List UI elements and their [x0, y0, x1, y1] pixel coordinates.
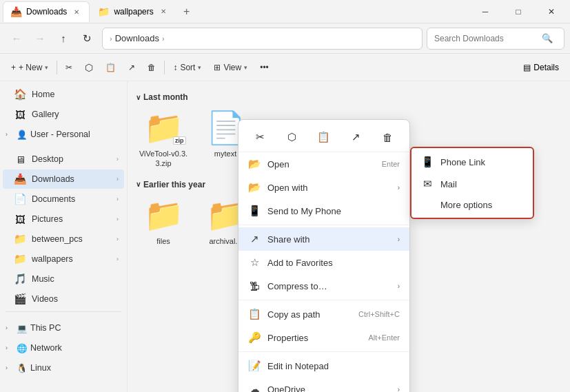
cm-item-properties[interactable]: 🔑 Properties Alt+Enter [238, 326, 409, 349]
file-item-files[interactable]: 📁 files [136, 194, 191, 249]
send-phone-icon: 📱 [248, 205, 261, 217]
sidebar-item-user-personal[interactable]: › 👤 User - Personal [3, 125, 124, 144]
cm-share-button[interactable]: ↗ [344, 127, 367, 147]
tab-wallpapers[interactable]: 📁 wallpapers ✕ [91, 1, 175, 22]
sidebar-item-pictures[interactable]: 🖼 Pictures › [3, 209, 124, 229]
separator-1 [57, 61, 57, 74]
properties-icon: 🔑 [248, 331, 261, 344]
refresh-button[interactable]: ↻ [76, 28, 98, 50]
sidebar-item-music[interactable]: 🎵 Music [3, 269, 124, 289]
cm-item-onedrive[interactable]: ☁ OneDrive › [238, 378, 409, 392]
cm-add-favorites-label: Add to Favorites [267, 258, 400, 268]
cm-divider-3 [238, 351, 409, 352]
sidebar-item-home[interactable]: 🏠 Home [3, 85, 124, 104]
maximize-button[interactable]: □ [502, 0, 534, 23]
share-button[interactable]: ↗ [123, 57, 141, 78]
sidebar-label-user: User - Personal [30, 130, 90, 139]
sidebar-label-wallpapers: wallpapers [32, 254, 73, 264]
new-button[interactable]: + + New ▾ [6, 57, 54, 78]
mail-icon: ✉ [421, 178, 434, 190]
title-bar: 📥 Downloads ✕ 📁 wallpapers ✕ + ─ □ ✕ [0, 0, 570, 23]
cm-paste-button[interactable]: 📋 [312, 127, 336, 147]
cm-open-shortcut: Enter [382, 160, 400, 168]
submenu-mail[interactable]: ✉ Mail [411, 173, 533, 195]
submenu-phone-link[interactable]: 📱 Phone Link [411, 151, 533, 173]
sidebar-item-between-pcs[interactable]: 📁 between_pcs › [3, 229, 124, 249]
sidebar-item-desktop[interactable]: 🖥 Desktop › [3, 149, 124, 169]
cm-item-open[interactable]: 📂 Open Enter [238, 152, 409, 176]
search-bar[interactable]: 🔍 [427, 28, 564, 50]
new-label: + New [19, 63, 42, 72]
sidebar-item-documents[interactable]: 📄 Documents › [3, 189, 124, 209]
sidebar-item-wallpapers[interactable]: 📁 wallpapers › [3, 249, 124, 269]
open-with-arrow: › [398, 184, 400, 192]
cm-properties-label: Properties [267, 333, 361, 343]
new-tab-button[interactable]: + [177, 2, 196, 21]
zip-badge: zip [173, 136, 186, 145]
up-button[interactable]: ↑ [52, 28, 74, 50]
copy-button[interactable]: ⬡ [79, 57, 99, 78]
onedrive-arrow: › [398, 386, 400, 393]
cm-cut-button[interactable]: ✂ [248, 127, 272, 147]
copy-icon: ⬡ [85, 62, 93, 73]
cm-item-compress[interactable]: 🗜 Compress to… › [238, 274, 409, 298]
forward-button[interactable]: → [29, 28, 51, 50]
sidebar-item-gallery[interactable]: 🖼 Gallery [3, 105, 124, 124]
cm-item-copy-path[interactable]: 📋 Copy as path Ctrl+Shift+C [238, 302, 409, 326]
sidebar-item-downloads[interactable]: 📥 Downloads › [3, 169, 124, 189]
back-button[interactable]: ← [6, 28, 28, 50]
cm-item-share-with[interactable]: ↗ Share with › [238, 227, 409, 251]
cm-delete-button[interactable]: 🗑 [376, 127, 400, 147]
compress-arrow: › [398, 282, 400, 290]
details-button[interactable]: ▤ Details [518, 60, 564, 75]
tab-downloads[interactable]: 📥 Downloads ✕ [3, 1, 90, 22]
cm-item-open-with[interactable]: 📂 Open with › [238, 176, 409, 199]
sort-button[interactable]: ↕ Sort ▾ [167, 57, 207, 78]
downloads-expand-arrow: › [116, 176, 119, 183]
cm-copy-path-shortcut: Ctrl+Shift+C [358, 310, 400, 318]
sidebar-item-linux[interactable]: › 🐧 Linux [3, 358, 124, 378]
address-bar[interactable]: › Downloads › [102, 28, 423, 50]
file-item-vivetool[interactable]: 📁 zip ViVeTool-v0.3.3.zip [136, 106, 191, 172]
minimize-button[interactable]: ─ [469, 0, 501, 23]
open-icon: 📂 [248, 158, 261, 170]
cm-item-edit-notepad[interactable]: 📝 Edit in Notepad [238, 354, 409, 378]
cm-copy-button[interactable]: ⬡ [281, 127, 304, 147]
search-icon: 🔍 [542, 33, 553, 43]
submenu-more-options[interactable]: More options [411, 195, 533, 215]
earlier-year-label: Earlier this year [143, 180, 205, 189]
close-button[interactable]: ✕ [536, 0, 567, 23]
tab-wallpapers-close[interactable]: ✕ [158, 6, 169, 17]
search-input[interactable] [434, 34, 538, 43]
cm-item-add-favorites[interactable]: ☆ Add to Favorites [238, 251, 409, 274]
view-label: View [223, 63, 241, 72]
paste-button[interactable]: 📋 [100, 57, 121, 78]
sidebar-item-videos[interactable]: 🎬 Videos [3, 289, 124, 309]
phone-link-icon: 📱 [421, 156, 434, 168]
sidebar-label-between-pcs: between_pcs [32, 234, 83, 244]
cm-item-send-phone[interactable]: 📱 Send to My Phone [238, 199, 409, 223]
delete-button[interactable]: 🗑 [142, 57, 161, 78]
view-arrow: ▾ [244, 64, 247, 71]
tab-downloads-close[interactable]: ✕ [71, 7, 82, 17]
main-layout: 🏠 Home 🖼 Gallery › 👤 User - Personal 🖥 D… [0, 81, 570, 392]
sidebar-label-music: Music [32, 274, 54, 284]
toolbar: ← → ↑ ↻ › Downloads › 🔍 [0, 23, 570, 54]
more-button[interactable]: ••• [254, 57, 274, 78]
cm-properties-shortcut: Alt+Enter [368, 333, 400, 342]
new-arrow: ▾ [45, 64, 48, 71]
cut-button[interactable]: ✂ [60, 57, 78, 78]
sidebar-item-network[interactable]: › 🌐 Network [3, 338, 124, 358]
window-controls: ─ □ ✕ [469, 0, 567, 23]
user-icon: 👤 [17, 130, 28, 140]
sort-arrow: ▾ [198, 64, 201, 71]
zip-icon-wrapper: 📁 zip [144, 109, 183, 146]
cm-copy-path-label: Copy as path [267, 309, 352, 320]
sidebar: 🏠 Home 🖼 Gallery › 👤 User - Personal 🖥 D… [0, 81, 128, 392]
linux-expand-icon: › [6, 364, 14, 371]
sidebar-item-this-pc[interactable]: › 💻 This PC [3, 318, 124, 338]
details-label: Details [533, 63, 559, 72]
view-button[interactable]: ⊞ View ▾ [208, 57, 253, 78]
cm-open-with-label: Open with [267, 183, 391, 193]
content-area: Last month 📁 zip ViVeTool-v0.3.3.zip 📄 m… [128, 81, 570, 392]
